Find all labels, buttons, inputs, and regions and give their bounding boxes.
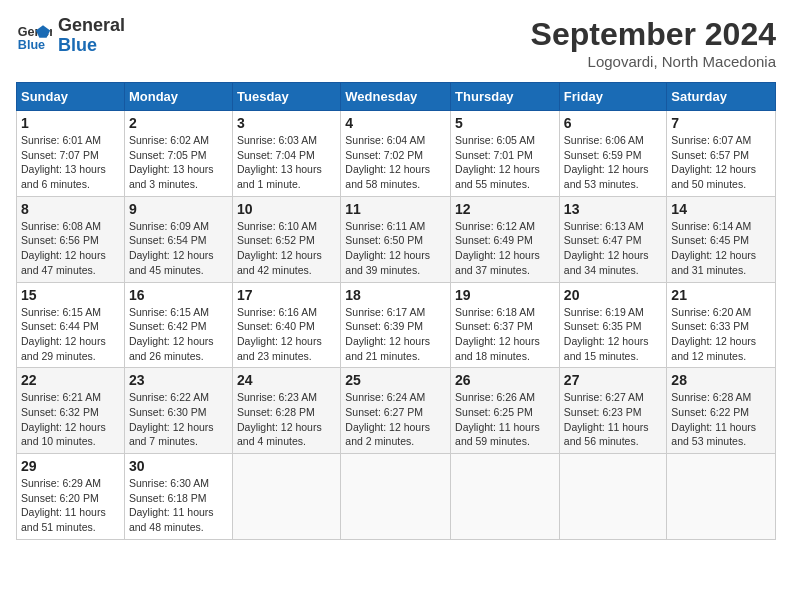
table-row xyxy=(667,454,776,540)
day-number: 15 xyxy=(21,287,120,303)
col-monday: Monday xyxy=(124,83,232,111)
day-info: Sunrise: 6:18 AM Sunset: 6:37 PM Dayligh… xyxy=(455,305,555,364)
day-info: Sunrise: 6:07 AM Sunset: 6:57 PM Dayligh… xyxy=(671,133,771,192)
table-row: 26 Sunrise: 6:26 AM Sunset: 6:25 PM Dayl… xyxy=(451,368,560,454)
table-row: 1 Sunrise: 6:01 AM Sunset: 7:07 PM Dayli… xyxy=(17,111,125,197)
page-header: General Blue General Blue September 2024… xyxy=(16,16,776,70)
day-number: 7 xyxy=(671,115,771,131)
day-info: Sunrise: 6:11 AM Sunset: 6:50 PM Dayligh… xyxy=(345,219,446,278)
day-info: Sunrise: 6:15 AM Sunset: 6:42 PM Dayligh… xyxy=(129,305,228,364)
day-info: Sunrise: 6:14 AM Sunset: 6:45 PM Dayligh… xyxy=(671,219,771,278)
table-row xyxy=(233,454,341,540)
table-row: 11 Sunrise: 6:11 AM Sunset: 6:50 PM Dayl… xyxy=(341,196,451,282)
day-info: Sunrise: 6:19 AM Sunset: 6:35 PM Dayligh… xyxy=(564,305,663,364)
logo: General Blue General Blue xyxy=(16,16,125,56)
day-info: Sunrise: 6:27 AM Sunset: 6:23 PM Dayligh… xyxy=(564,390,663,449)
table-row xyxy=(559,454,667,540)
table-row xyxy=(341,454,451,540)
day-number: 30 xyxy=(129,458,228,474)
subtitle: Logovardi, North Macedonia xyxy=(531,53,776,70)
day-number: 25 xyxy=(345,372,446,388)
col-thursday: Thursday xyxy=(451,83,560,111)
day-number: 16 xyxy=(129,287,228,303)
table-row: 17 Sunrise: 6:16 AM Sunset: 6:40 PM Dayl… xyxy=(233,282,341,368)
day-number: 17 xyxy=(237,287,336,303)
logo-icon: General Blue xyxy=(16,18,52,54)
calendar-row: 1 Sunrise: 6:01 AM Sunset: 7:07 PM Dayli… xyxy=(17,111,776,197)
table-row: 4 Sunrise: 6:04 AM Sunset: 7:02 PM Dayli… xyxy=(341,111,451,197)
day-number: 19 xyxy=(455,287,555,303)
day-info: Sunrise: 6:15 AM Sunset: 6:44 PM Dayligh… xyxy=(21,305,120,364)
day-number: 8 xyxy=(21,201,120,217)
header-row: Sunday Monday Tuesday Wednesday Thursday… xyxy=(17,83,776,111)
day-number: 24 xyxy=(237,372,336,388)
day-info: Sunrise: 6:20 AM Sunset: 6:33 PM Dayligh… xyxy=(671,305,771,364)
day-info: Sunrise: 6:05 AM Sunset: 7:01 PM Dayligh… xyxy=(455,133,555,192)
day-info: Sunrise: 6:01 AM Sunset: 7:07 PM Dayligh… xyxy=(21,133,120,192)
table-row: 13 Sunrise: 6:13 AM Sunset: 6:47 PM Dayl… xyxy=(559,196,667,282)
logo-text: General Blue xyxy=(58,16,125,56)
day-info: Sunrise: 6:04 AM Sunset: 7:02 PM Dayligh… xyxy=(345,133,446,192)
title-block: September 2024 Logovardi, North Macedoni… xyxy=(531,16,776,70)
table-row: 23 Sunrise: 6:22 AM Sunset: 6:30 PM Dayl… xyxy=(124,368,232,454)
table-row: 24 Sunrise: 6:23 AM Sunset: 6:28 PM Dayl… xyxy=(233,368,341,454)
col-saturday: Saturday xyxy=(667,83,776,111)
calendar-row: 22 Sunrise: 6:21 AM Sunset: 6:32 PM Dayl… xyxy=(17,368,776,454)
table-row: 14 Sunrise: 6:14 AM Sunset: 6:45 PM Dayl… xyxy=(667,196,776,282)
day-number: 29 xyxy=(21,458,120,474)
month-title: September 2024 xyxy=(531,16,776,53)
day-number: 22 xyxy=(21,372,120,388)
table-row: 29 Sunrise: 6:29 AM Sunset: 6:20 PM Dayl… xyxy=(17,454,125,540)
day-info: Sunrise: 6:10 AM Sunset: 6:52 PM Dayligh… xyxy=(237,219,336,278)
svg-text:Blue: Blue xyxy=(18,37,45,51)
day-info: Sunrise: 6:28 AM Sunset: 6:22 PM Dayligh… xyxy=(671,390,771,449)
calendar-row: 29 Sunrise: 6:29 AM Sunset: 6:20 PM Dayl… xyxy=(17,454,776,540)
table-row: 7 Sunrise: 6:07 AM Sunset: 6:57 PM Dayli… xyxy=(667,111,776,197)
table-row: 18 Sunrise: 6:17 AM Sunset: 6:39 PM Dayl… xyxy=(341,282,451,368)
calendar-table: Sunday Monday Tuesday Wednesday Thursday… xyxy=(16,82,776,540)
table-row: 21 Sunrise: 6:20 AM Sunset: 6:33 PM Dayl… xyxy=(667,282,776,368)
day-info: Sunrise: 6:26 AM Sunset: 6:25 PM Dayligh… xyxy=(455,390,555,449)
col-wednesday: Wednesday xyxy=(341,83,451,111)
day-info: Sunrise: 6:29 AM Sunset: 6:20 PM Dayligh… xyxy=(21,476,120,535)
day-number: 4 xyxy=(345,115,446,131)
day-number: 18 xyxy=(345,287,446,303)
table-row: 2 Sunrise: 6:02 AM Sunset: 7:05 PM Dayli… xyxy=(124,111,232,197)
day-info: Sunrise: 6:30 AM Sunset: 6:18 PM Dayligh… xyxy=(129,476,228,535)
col-friday: Friday xyxy=(559,83,667,111)
day-info: Sunrise: 6:13 AM Sunset: 6:47 PM Dayligh… xyxy=(564,219,663,278)
day-info: Sunrise: 6:24 AM Sunset: 6:27 PM Dayligh… xyxy=(345,390,446,449)
table-row: 15 Sunrise: 6:15 AM Sunset: 6:44 PM Dayl… xyxy=(17,282,125,368)
day-number: 26 xyxy=(455,372,555,388)
table-row: 6 Sunrise: 6:06 AM Sunset: 6:59 PM Dayli… xyxy=(559,111,667,197)
day-info: Sunrise: 6:17 AM Sunset: 6:39 PM Dayligh… xyxy=(345,305,446,364)
day-number: 28 xyxy=(671,372,771,388)
table-row: 22 Sunrise: 6:21 AM Sunset: 6:32 PM Dayl… xyxy=(17,368,125,454)
table-row: 28 Sunrise: 6:28 AM Sunset: 6:22 PM Dayl… xyxy=(667,368,776,454)
day-number: 21 xyxy=(671,287,771,303)
day-number: 6 xyxy=(564,115,663,131)
day-info: Sunrise: 6:08 AM Sunset: 6:56 PM Dayligh… xyxy=(21,219,120,278)
day-info: Sunrise: 6:03 AM Sunset: 7:04 PM Dayligh… xyxy=(237,133,336,192)
day-info: Sunrise: 6:06 AM Sunset: 6:59 PM Dayligh… xyxy=(564,133,663,192)
col-sunday: Sunday xyxy=(17,83,125,111)
day-number: 5 xyxy=(455,115,555,131)
day-number: 2 xyxy=(129,115,228,131)
table-row: 20 Sunrise: 6:19 AM Sunset: 6:35 PM Dayl… xyxy=(559,282,667,368)
day-number: 14 xyxy=(671,201,771,217)
table-row: 30 Sunrise: 6:30 AM Sunset: 6:18 PM Dayl… xyxy=(124,454,232,540)
table-row: 16 Sunrise: 6:15 AM Sunset: 6:42 PM Dayl… xyxy=(124,282,232,368)
day-number: 9 xyxy=(129,201,228,217)
day-number: 1 xyxy=(21,115,120,131)
table-row: 8 Sunrise: 6:08 AM Sunset: 6:56 PM Dayli… xyxy=(17,196,125,282)
day-info: Sunrise: 6:12 AM Sunset: 6:49 PM Dayligh… xyxy=(455,219,555,278)
day-number: 20 xyxy=(564,287,663,303)
day-info: Sunrise: 6:02 AM Sunset: 7:05 PM Dayligh… xyxy=(129,133,228,192)
table-row: 25 Sunrise: 6:24 AM Sunset: 6:27 PM Dayl… xyxy=(341,368,451,454)
day-number: 27 xyxy=(564,372,663,388)
day-number: 13 xyxy=(564,201,663,217)
table-row: 3 Sunrise: 6:03 AM Sunset: 7:04 PM Dayli… xyxy=(233,111,341,197)
table-row: 9 Sunrise: 6:09 AM Sunset: 6:54 PM Dayli… xyxy=(124,196,232,282)
table-row: 10 Sunrise: 6:10 AM Sunset: 6:52 PM Dayl… xyxy=(233,196,341,282)
day-info: Sunrise: 6:21 AM Sunset: 6:32 PM Dayligh… xyxy=(21,390,120,449)
